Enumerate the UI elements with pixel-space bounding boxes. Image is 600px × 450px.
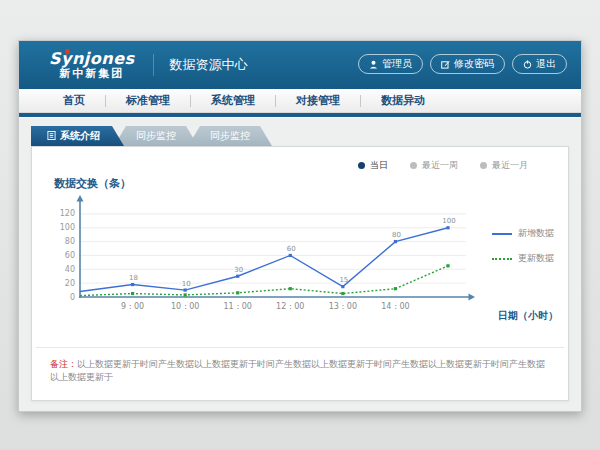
change-password-label: 修改密码 [454, 57, 494, 71]
svg-text:80: 80 [392, 231, 401, 239]
nav-item-integration[interactable]: 对接管理 [276, 93, 360, 108]
svg-text:18: 18 [129, 274, 138, 282]
filter-label: 当日 [370, 159, 388, 172]
x-axis-title: 日期（小时） [498, 309, 558, 323]
nav-item-home[interactable]: 首页 [43, 93, 105, 108]
svg-text:60: 60 [65, 251, 75, 260]
edit-icon [441, 60, 450, 69]
legend-label: 新增数据 [518, 227, 554, 240]
svg-text:20: 20 [65, 279, 75, 288]
svg-text:14：00: 14：00 [381, 302, 409, 311]
svg-text:0: 0 [70, 293, 75, 302]
tab-bar: 系统介绍 同步监控 同步监控 [31, 126, 581, 146]
dotted-line-swatch-icon [492, 258, 512, 260]
legend-item-new-data: 新增数据 [492, 227, 562, 240]
legend-label: 更新数据 [518, 252, 554, 265]
filter-label: 最近一周 [422, 159, 458, 172]
nav-item-data-change[interactable]: 数据异动 [361, 93, 445, 108]
logo-text-cn: 新中新集团 [49, 68, 135, 80]
y-axis-title: 数据交换（条） [54, 176, 568, 191]
tab-label: 系统介绍 [60, 129, 100, 143]
brand-logo: Synjones 新中新集团 [49, 51, 135, 79]
radio-unselected-icon [410, 162, 417, 169]
svg-text:120: 120 [60, 209, 75, 218]
legend-item-updated-data: 更新数据 [492, 252, 562, 265]
time-range-filters: 当日 最近一周 最近一月 [32, 147, 568, 172]
radio-unselected-icon [480, 162, 487, 169]
note-text: 以上数据更新于时间产生数据以上数据更新于时间产生数据以上数据更新于时间产生数据以… [50, 359, 545, 382]
logout-button[interactable]: 退出 [512, 54, 567, 74]
svg-text:12：00: 12：00 [276, 302, 304, 311]
svg-text:10：00: 10：00 [171, 302, 199, 311]
header-actions: 管理员 修改密码 退出 [358, 54, 567, 74]
svg-text:100: 100 [60, 223, 75, 232]
svg-text:11：00: 11：00 [224, 302, 252, 311]
logout-label: 退出 [536, 57, 556, 71]
chart-box: 0204060801001209：0010：0011：0012：0013：001… [40, 193, 492, 331]
user-label: 管理员 [382, 57, 412, 71]
page-title: 数据资源中心 [153, 54, 248, 76]
main-nav: 首页 标准管理 系统管理 对接管理 数据异动 [19, 89, 581, 113]
logo-text-en: Synjones [49, 51, 135, 68]
chart-region: 0204060801001209：0010：0011：0012：0013：001… [40, 193, 562, 331]
solid-line-swatch-icon [492, 233, 512, 235]
nav-item-system[interactable]: 系统管理 [191, 93, 275, 108]
note-prefix: 备注： [50, 359, 77, 369]
main-window: Synjones 新中新集团 数据资源中心 管理员 修改密码 退出 [18, 40, 582, 412]
tab-sync-monitor-1[interactable]: 同步监控 [114, 126, 198, 146]
nav-item-standards[interactable]: 标准管理 [106, 93, 190, 108]
tab-label: 同步监控 [210, 129, 250, 143]
svg-text:10: 10 [182, 280, 191, 288]
document-icon [47, 131, 56, 142]
power-icon [523, 60, 532, 69]
tab-system-intro[interactable]: 系统介绍 [31, 126, 124, 146]
tab-sync-monitor-2[interactable]: 同步监控 [188, 126, 272, 146]
content-area: 系统介绍 同步监控 同步监控 当日 最近一周 [19, 118, 581, 411]
svg-text:60: 60 [287, 245, 296, 253]
radio-selected-icon [358, 162, 365, 169]
filter-last-month[interactable]: 最近一月 [480, 159, 528, 172]
filter-last-week[interactable]: 最近一周 [410, 159, 458, 172]
footer-note: 备注：以上数据更新于时间产生数据以上数据更新于时间产生数据以上数据更新于时间产生… [32, 348, 568, 383]
svg-text:100: 100 [442, 217, 455, 225]
user-icon [369, 60, 378, 69]
svg-text:30: 30 [234, 266, 243, 274]
change-password-button[interactable]: 修改密码 [430, 54, 505, 74]
filter-label: 最近一月 [492, 159, 528, 172]
filter-today[interactable]: 当日 [358, 159, 388, 172]
svg-text:15: 15 [339, 276, 348, 284]
svg-text:13：00: 13：00 [329, 302, 357, 311]
tab-label: 同步监控 [136, 129, 176, 143]
svg-text:80: 80 [65, 237, 75, 246]
user-button[interactable]: 管理员 [358, 54, 423, 74]
app-header: Synjones 新中新集团 数据资源中心 管理员 修改密码 退出 [19, 41, 581, 89]
svg-text:9：00: 9：00 [121, 302, 144, 311]
nav-accent-strip [19, 113, 581, 117]
chart-card: 当日 最近一周 最近一月 数据交换（条） 0204060801001209：00… [31, 146, 569, 401]
svg-text:40: 40 [65, 265, 75, 274]
line-chart: 0204060801001209：0010：0011：0012：0013：001… [40, 193, 492, 331]
